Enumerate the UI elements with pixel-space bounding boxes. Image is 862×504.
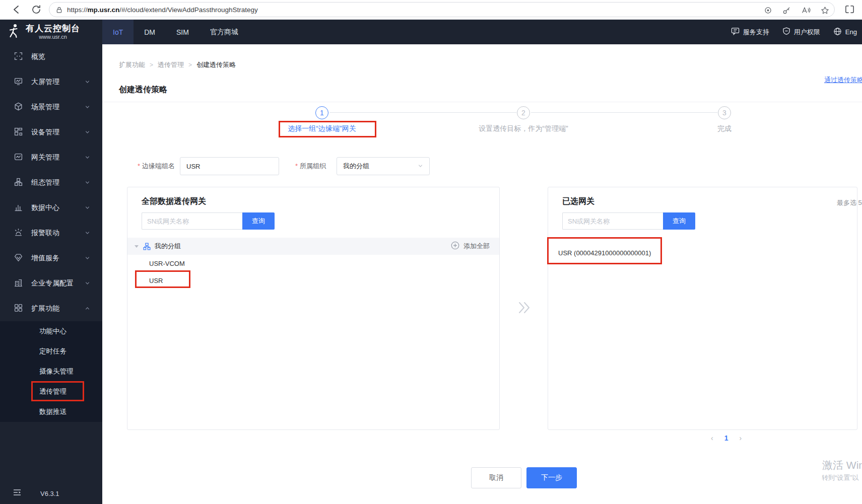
gateway-row-usr-vcom[interactable]: USR-VCOM <box>127 255 499 272</box>
gateway-search-input[interactable] <box>142 212 242 230</box>
chevron-down-icon <box>85 229 90 238</box>
tab-dm[interactable]: DM <box>134 20 166 44</box>
chevron-down-icon <box>85 254 90 263</box>
support-link[interactable]: 服务支持 <box>731 27 769 37</box>
windows-activation-watermark-line2: 转到“设置”以 <box>822 473 859 482</box>
submenu-item-passthrough-management[interactable]: 透传管理 <box>0 382 102 402</box>
chevron-down-icon <box>85 103 90 112</box>
edge-group-name-input[interactable] <box>180 157 279 175</box>
windows-activation-watermark-line1: 激活 Win <box>822 458 862 472</box>
max-select-hint: 最多选 50 <box>837 198 862 207</box>
url-text: https://mp.usr.cn/#/cloud/extend/ViewAdd… <box>67 6 258 14</box>
value-added-icon <box>14 253 23 264</box>
brand-domain: www.usr.cn <box>39 34 67 40</box>
all-gateways-panel: 全部数据透传网关 查询 我的分组 添加全部 USR-VCOM USR <box>127 187 500 430</box>
chevron-down-icon <box>85 153 90 162</box>
chevron-down-icon <box>418 163 423 170</box>
brand-title: 有人云控制台 <box>26 24 80 34</box>
device-icon <box>14 127 23 138</box>
all-gateways-title: 全部数据透传网关 <box>142 196 206 207</box>
user-permissions-link[interactable]: 用户权限 <box>782 27 820 37</box>
breadcrumb-passthrough[interactable]: 透传管理 <box>158 60 184 69</box>
globe-icon <box>833 27 842 37</box>
selected-search-button[interactable]: 查询 <box>663 212 695 230</box>
geolocation-icon[interactable] <box>764 6 772 15</box>
breadcrumb-current: 创建透传策略 <box>196 60 236 69</box>
password-key-icon[interactable] <box>782 6 791 15</box>
chevron-down-icon <box>85 178 90 187</box>
sidebar-item-gateway[interactable]: 网关管理 <box>0 145 102 170</box>
step-3-circle: 3 <box>718 106 731 119</box>
page-title: 创建透传策略 <box>119 85 167 95</box>
sidebar-item-alarm[interactable]: 报警联动 <box>0 221 102 246</box>
chevron-down-icon <box>85 128 90 137</box>
data-center-icon <box>14 203 23 213</box>
sidebar-item-enterprise[interactable]: 企业专属配置 <box>0 271 102 296</box>
chevron-down-icon <box>85 78 90 87</box>
tab-sim[interactable]: SIM <box>166 20 200 44</box>
gateway-row-usr[interactable]: USR <box>127 272 499 289</box>
selected-search-input[interactable] <box>562 212 663 230</box>
selected-gateways-title: 已选网关 <box>562 196 594 207</box>
browser-refresh-icon[interactable] <box>31 4 42 15</box>
sidebar-footer: V6.3.1 <box>0 486 102 501</box>
tab-official-store[interactable]: 官方商城 <box>200 20 249 44</box>
gateway-icon <box>14 153 23 163</box>
split-screen-icon[interactable] <box>844 4 855 15</box>
big-screen-icon <box>14 77 23 88</box>
collapse-sidebar-icon[interactable] <box>13 489 21 498</box>
configuration-icon <box>14 178 23 188</box>
address-bar[interactable]: https://mp.usr.cn/#/cloud/extend/ViewAdd… <box>49 2 835 17</box>
overview-icon <box>14 52 23 62</box>
main-content: 扩展功能 > 透传管理 > 创建透传策略 通过透传策略 创建透传策略 1 2 3… <box>102 44 862 504</box>
sidebar: 概览 大屏管理 场景管理 设备管理 网关管理 组态管理 <box>0 44 102 504</box>
passthrough-help-link[interactable]: 通过透传策略 <box>824 76 862 85</box>
sidebar-item-configuration[interactable]: 组态管理 <box>0 170 102 195</box>
chevron-down-icon <box>85 203 90 212</box>
usr-person-logo-icon <box>7 23 22 41</box>
cancel-button[interactable]: 取消 <box>471 467 521 488</box>
extensions-grid-icon <box>14 304 23 314</box>
edge-group-name-label: *边缘端组名 <box>138 157 175 175</box>
pagination-prev-icon[interactable]: ‹ <box>711 434 713 442</box>
next-step-button[interactable]: 下一步 <box>526 467 577 488</box>
submenu-item-data-push[interactable]: 数据推送 <box>0 402 102 422</box>
sidebar-item-datacenter[interactable]: 数据中心 <box>0 195 102 221</box>
gateway-search-button[interactable]: 查询 <box>242 212 275 230</box>
step-1-circle: 1 <box>315 106 328 119</box>
selected-gateways-panel: 已选网关 最多选 50 查询 USR (00004291000000000001… <box>548 187 857 430</box>
tree-collapse-caret-icon[interactable] <box>135 245 139 248</box>
selected-gateway-item[interactable]: USR (00004291000000000001) <box>548 243 857 263</box>
tab-iot[interactable]: IoT <box>102 20 134 44</box>
sidebar-item-value-added[interactable]: 增值服务 <box>0 246 102 271</box>
sidebar-item-device[interactable]: 设备管理 <box>0 120 102 145</box>
chat-bubble-icon <box>731 27 740 37</box>
language-switch[interactable]: Eng <box>833 27 857 37</box>
browser-back-icon[interactable] <box>11 4 22 15</box>
submenu-item-scheduled-tasks[interactable]: 定时任务 <box>0 341 102 362</box>
sidebar-item-bigscreen[interactable]: 大屏管理 <box>0 69 102 95</box>
read-aloud-icon[interactable] <box>801 6 811 15</box>
sidebar-item-scene[interactable]: 场景管理 <box>0 95 102 120</box>
browser-bar: https://mp.usr.cn/#/cloud/extend/ViewAdd… <box>0 0 862 20</box>
submenu-item-function-center[interactable]: 功能中心 <box>0 321 102 341</box>
chevron-down-icon <box>85 279 90 288</box>
shield-icon <box>782 27 790 37</box>
favorite-star-icon[interactable] <box>821 6 829 15</box>
organization-select[interactable]: 我的分组 <box>337 157 430 175</box>
sidebar-item-overview[interactable]: 概览 <box>0 44 102 69</box>
pagination-next-icon[interactable]: › <box>739 434 742 442</box>
transfer-right-double-chevron-icon[interactable] <box>517 301 532 316</box>
submenu-item-camera-management[interactable]: 摄像头管理 <box>0 362 102 382</box>
pagination-page-1[interactable]: 1 <box>724 434 728 442</box>
breadcrumb-extensions[interactable]: 扩展功能 <box>119 60 145 69</box>
alarm-light-icon <box>14 228 23 239</box>
step-2-label: 设置透传目标，作为“管理端” <box>458 124 589 133</box>
step-connector <box>329 112 516 113</box>
add-all-button[interactable]: 添加全部 <box>463 242 490 251</box>
gateway-group-row[interactable]: 我的分组 添加全部 <box>127 238 499 255</box>
add-all-plus-icon[interactable] <box>451 241 459 252</box>
sidebar-item-extensions[interactable]: 扩展功能 <box>0 296 102 321</box>
step-3-label: 完成 <box>699 124 750 133</box>
brand-logo[interactable]: 有人云控制台 www.usr.cn <box>0 20 102 44</box>
